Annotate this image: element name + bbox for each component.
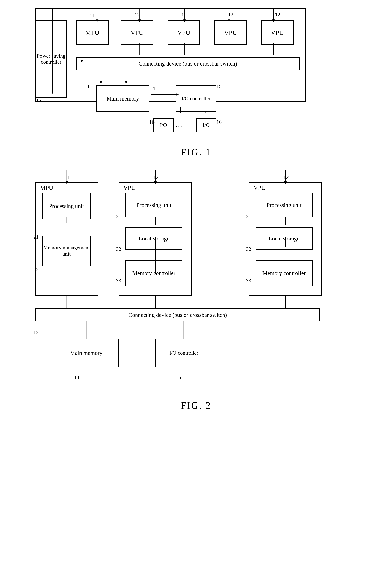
mc-vpu2-label: Memory controller <box>262 270 306 277</box>
pu-vpu1-label: Processing unit <box>136 202 172 208</box>
label-f2-21: 21 <box>33 234 39 240</box>
local-storage-vpu2: Local storage <box>256 227 312 250</box>
label-f2-12a: 12 <box>153 174 158 181</box>
label-15: 15 <box>216 84 222 90</box>
io-controller-fig2: I/O controller <box>155 339 212 367</box>
processing-unit-mpu-label: Processing unit <box>49 203 84 209</box>
dots-fig1: ··· <box>176 123 183 130</box>
vpu2-fig1: VPU <box>168 20 200 45</box>
label-12a: 12 <box>134 12 140 18</box>
label-13: 13 <box>84 84 89 90</box>
vpu1-label-fig1: VPU <box>130 29 144 37</box>
io-controller-label-fig2: I/O controller <box>169 350 198 356</box>
label-16b: 16 <box>216 119 222 125</box>
label-f2-33a: 33 <box>116 278 121 284</box>
label-f2-31b: 31 <box>246 214 251 220</box>
power-saving-controller: Power saving controller <box>36 20 67 98</box>
fig1-area: Power saving controller MPU VPU VPU VPU … <box>23 8 369 134</box>
mpu-fig1: MPU <box>76 20 108 45</box>
io1-label-fig1: I/O <box>160 122 167 128</box>
fig1-title: FIG. 1 <box>12 147 380 158</box>
label-14: 14 <box>150 86 155 92</box>
diagram-container: Power saving controller MPU VPU VPU VPU … <box>12 8 380 411</box>
vpu1-outer-fig2: VPU Processing unit Local storage Memory… <box>119 182 192 296</box>
vpu2-label-fig1: VPU <box>177 29 190 37</box>
io1-fig1: I/O <box>153 118 174 132</box>
processing-unit-vpu1: Processing unit <box>126 193 182 217</box>
io2-label-fig1: I/O <box>203 122 210 128</box>
label-16a: 16 <box>149 119 154 125</box>
vpu3-label-fig1: VPU <box>224 29 237 37</box>
label-12c: 12 <box>228 12 234 18</box>
label-f2-33b: 33 <box>246 278 251 284</box>
vpu2-outer-fig2: VPU Processing unit Local storage Memory… <box>249 182 322 296</box>
label-f2-22: 22 <box>33 267 39 273</box>
label-17: 17 <box>36 98 42 104</box>
label-f2-14: 14 <box>74 374 79 380</box>
mmu-label-fig2: Memory management unit <box>43 245 90 257</box>
vpu3-fig1: VPU <box>214 20 247 45</box>
vpu2-label-fig2: VPU <box>254 184 266 191</box>
main-memory-label-fig2: Main memory <box>70 350 102 356</box>
mmu-fig2: Memory management unit <box>42 236 91 266</box>
local-storage-vpu1: Local storage <box>126 227 182 250</box>
io-controller-fig1: I/O controller <box>176 86 216 112</box>
fig2-inner: MPU Processing unit Memory management un… <box>33 170 359 394</box>
label-12d: 12 <box>275 12 280 18</box>
io-controller-label-fig1: I/O controller <box>182 96 210 102</box>
vpu4-fig1: VPU <box>261 20 294 45</box>
vpu1-label-fig2: VPU <box>124 184 136 191</box>
memory-controller-vpu2: Memory controller <box>256 260 312 286</box>
mpu-outer-fig2: MPU Processing unit Memory management un… <box>36 182 98 296</box>
fig1-title-text: FIG. 1 <box>181 147 211 158</box>
main-memory-label-fig1: Main memory <box>106 96 139 102</box>
mc-vpu1-label: Memory controller <box>132 270 176 277</box>
fig2-title-text: FIG. 2 <box>181 400 211 411</box>
connecting-device-label-fig1: Connecting device (bus or crossbar switc… <box>139 61 237 67</box>
ls-vpu2-label: Local storage <box>268 235 300 242</box>
memory-controller-vpu1: Memory controller <box>126 260 182 286</box>
io2-fig1: I/O <box>196 118 216 132</box>
connecting-bar-fig1: Connecting device (bus or crossbar switc… <box>76 57 300 70</box>
label-f2-11: 11 <box>65 174 70 181</box>
svg-marker-22 <box>125 81 128 84</box>
dots-fig2: ... <box>208 243 217 251</box>
fig2-title: FIG. 2 <box>12 400 380 411</box>
mpu-label-fig1: MPU <box>85 29 99 37</box>
label-f2-13: 13 <box>33 330 39 336</box>
label-f2-31a: 31 <box>116 214 121 220</box>
power-saving-label: Power saving controller <box>36 53 66 65</box>
label-11: 11 <box>90 13 95 19</box>
label-f2-15: 15 <box>176 374 181 380</box>
processing-unit-vpu2: Processing unit <box>256 193 312 217</box>
main-memory-fig1: Main memory <box>96 86 149 112</box>
fig2-area: MPU Processing unit Memory management un… <box>23 170 369 394</box>
ls-vpu1-label: Local storage <box>138 235 169 242</box>
label-f2-32a: 32 <box>116 246 121 252</box>
connecting-bar-fig2: Connecting device (bus or crossbar switc… <box>36 308 320 321</box>
svg-marker-20 <box>100 81 103 83</box>
label-12b: 12 <box>181 12 187 18</box>
connecting-device-label-fig2: Connecting device (bus or crossbar switc… <box>128 312 227 318</box>
label-f2-32b: 32 <box>246 246 251 252</box>
processing-unit-mpu: Processing unit <box>42 193 91 219</box>
vpu1-fig1: VPU <box>121 20 153 45</box>
pu-vpu2-label: Processing unit <box>266 202 302 208</box>
fig1-inner: Power saving controller MPU VPU VPU VPU … <box>33 8 359 134</box>
label-f2-12b: 12 <box>284 174 289 181</box>
main-memory-fig2: Main memory <box>54 339 119 367</box>
vpu4-label-fig1: VPU <box>271 29 284 37</box>
mpu-label-fig2: MPU <box>40 184 53 191</box>
